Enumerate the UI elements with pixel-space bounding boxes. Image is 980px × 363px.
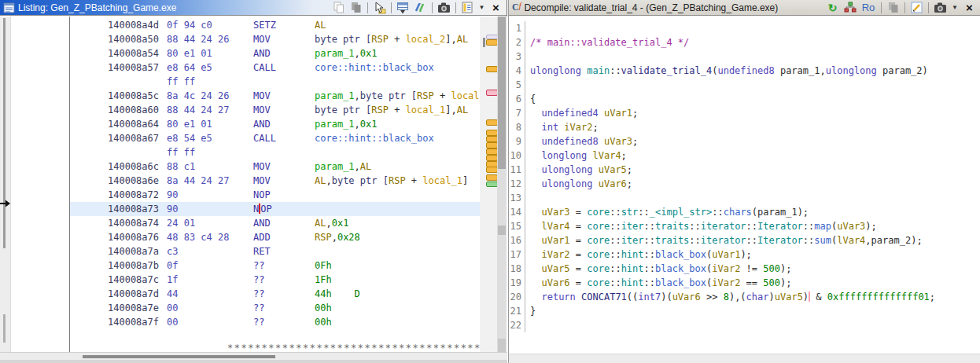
code-text[interactable]: uVar6 = core::hint::black_box(iVar2 == 5…	[525, 276, 791, 290]
listing-row[interactable]: 140008a7f00??00h	[70, 315, 480, 329]
decompile-line[interactable]: 17 iVar2 = core::hint::black_box(uVar1);	[509, 248, 980, 262]
cursor-position-mark[interactable]	[483, 38, 485, 47]
decompile-line[interactable]: 1	[509, 21, 980, 35]
decompile-line[interactable]: 18 uVar5 = core::hint::black_box(iVar2 !…	[509, 262, 980, 276]
paste-icon[interactable]	[348, 1, 363, 15]
code-text[interactable]: lVar4 = core::iter::traits::iterator::It…	[525, 219, 877, 233]
listing-display-icon[interactable]	[460, 1, 475, 15]
orange-analysis-marker[interactable]	[486, 148, 498, 155]
decompile-line[interactable]: 7 undefined4 uVar1;	[509, 106, 980, 120]
orange-analysis-marker[interactable]	[486, 130, 498, 136]
decompile-line[interactable]: 6{	[509, 92, 980, 106]
decompile-content[interactable]: 12/* main::validate_trial_4 */34ulonglon…	[509, 16, 980, 354]
orange-analysis-marker[interactable]	[486, 136, 498, 142]
vscrollbar-thumb[interactable]	[498, 16, 506, 169]
listing-marker-margin[interactable]	[480, 16, 497, 352]
code-text[interactable]: undefined8 uVar3;	[525, 134, 638, 148]
listing-row[interactable]: ff ff	[70, 145, 480, 160]
listing-hscrollbar[interactable]	[0, 352, 507, 360]
close-icon[interactable]: ×	[962, 1, 977, 15]
code-text[interactable]: ulonglong uVar5;	[525, 163, 632, 177]
listing-row[interactable]: 140008a6c88 c1MOVparam_1,AL	[70, 160, 480, 174]
decompile-header[interactable]: Cf Decompile: validate_trial_4 - (Gen_Z_…	[509, 0, 980, 16]
decompile-line[interactable]: 9 undefined8 uVar3;	[509, 134, 980, 148]
code-text[interactable]: uVar1 = core::iter::traits::iterator::It…	[525, 233, 923, 248]
listing-row[interactable]: 140008a7b0f??0Fh	[70, 258, 480, 273]
listing-row[interactable]: 140008a7ac3RET	[70, 244, 480, 258]
code-text[interactable]: undefined4 uVar1;	[525, 106, 638, 120]
orange-analysis-marker[interactable]	[486, 167, 498, 173]
code-text[interactable]	[525, 50, 530, 64]
cursor-location-icon[interactable]	[372, 1, 387, 15]
listing-row[interactable]: 140008a7e00??00h	[70, 301, 480, 315]
code-text[interactable]	[525, 21, 530, 35]
decompile-line[interactable]: 14 uVar3 = core::str::_<impl_str>::chars…	[509, 205, 980, 219]
code-text[interactable]: ulonglong uVar6;	[525, 177, 632, 191]
code-text[interactable]	[525, 78, 530, 92]
decompile-line[interactable]: 13	[509, 191, 980, 205]
refresh-icon[interactable]: ↻	[825, 1, 840, 15]
code-text[interactable]	[525, 191, 530, 205]
green-analysis-marker[interactable]	[486, 182, 498, 187]
decompile-line[interactable]: 19 uVar6 = core::hint::black_box(iVar2 =…	[509, 276, 980, 290]
code-text[interactable]: {	[525, 92, 536, 106]
orange-analysis-marker[interactable]	[486, 155, 498, 161]
orange-analysis-marker[interactable]	[486, 174, 498, 181]
code-text[interactable]: int iVar2;	[525, 120, 599, 134]
listing-row[interactable]: 140008a6088 44 24 27MOVbyte ptr [RSP + l…	[70, 103, 480, 117]
code-text[interactable]: iVar2 = core::hint::black_box(uVar1);	[525, 248, 752, 262]
listing-row[interactable]: 140008a5480 e1 01ANDparam_1,0x1	[70, 46, 480, 60]
copy-icon[interactable]	[331, 1, 346, 15]
diff-view-icon[interactable]	[413, 1, 428, 15]
code-text[interactable]: }	[525, 304, 536, 318]
decompile-line[interactable]: 2/* main::validate_trial_4 */	[509, 35, 980, 50]
decompile-line[interactable]: 20 return CONCAT71((int7)(uVar6 >> 8),(c…	[509, 290, 980, 304]
edit-pencil-icon[interactable]	[909, 1, 924, 15]
code-text[interactable]: uVar3 = core::str::_<impl_str>::chars(pa…	[525, 205, 809, 219]
decompile-line[interactable]: 3	[509, 50, 980, 64]
listing-row[interactable]: 140008a6480 e1 01ANDparam_1,0x1	[70, 117, 480, 131]
code-text[interactable]: uVar5 = core::hint::black_box(iVar2 != 5…	[525, 262, 791, 276]
decompile-line[interactable]: 11 ulonglong uVar5;	[509, 163, 980, 177]
decompile-line[interactable]: 22	[509, 318, 980, 332]
snapshot-camera-icon[interactable]	[437, 1, 451, 15]
listing-row[interactable]: 140008a7290NOP	[70, 188, 480, 202]
orange-analysis-marker[interactable]	[486, 39, 498, 46]
code-text[interactable]: ulonglong main::validate_trial_4(undefin…	[525, 64, 928, 78]
code-text[interactable]: /* main::validate_trial_4 */	[525, 35, 689, 50]
decompile-line[interactable]: 15 lVar4 = core::iter::traits::iterator:…	[509, 219, 980, 233]
red-analysis-marker[interactable]	[486, 90, 498, 96]
orange-analysis-marker[interactable]	[486, 119, 498, 126]
code-text[interactable]: return CONCAT71((int7)(uVar6 >> 8),(char…	[525, 290, 935, 304]
listing-header[interactable]: Listing: Gen_Z_PBatching_Game.exe	[0, 0, 507, 16]
dropdown-arrow-icon[interactable]: ▼	[950, 1, 960, 15]
graph-tree-icon[interactable]	[842, 1, 857, 15]
listing-row[interactable]: 140008a5c8a 4c 24 26MOVparam_1,byte ptr …	[70, 89, 480, 103]
orange-analysis-marker[interactable]	[486, 142, 498, 148]
code-text[interactable]: longlong lVar4;	[525, 148, 627, 163]
listing-row[interactable]: 140008a7d44??44h D	[70, 287, 480, 301]
decompile-line[interactable]: 12 ulonglong uVar6;	[509, 177, 980, 191]
markup-table-icon[interactable]	[396, 1, 411, 15]
decompile-line[interactable]: 16 uVar1 = core::iter::traits::iterator:…	[509, 233, 980, 248]
listing-row[interactable]: 140008a5088 44 24 26MOVbyte ptr [RSP + l…	[70, 32, 480, 46]
listing-viewport[interactable]: 140008a4d0f 94 c0SETZAL140008a5088 44 24…	[70, 16, 480, 352]
decompile-line[interactable]: 4ulonglong main::validate_trial_4(undefi…	[509, 64, 980, 78]
decompile-line[interactable]: 5	[509, 78, 980, 92]
decompile-line[interactable]: 10 longlong lVar4;	[509, 148, 980, 163]
copy-icon[interactable]	[886, 1, 901, 15]
decompile-line[interactable]: 8 int iVar2;	[509, 120, 980, 134]
listing-row[interactable]: 140008a7648 83 c4 28ADDRSP,0x28	[70, 230, 480, 244]
listing-row-current[interactable]: 140008a7390NOP	[70, 202, 480, 216]
decompile-line[interactable]: 21}	[509, 304, 980, 318]
hscrollbar-thumb[interactable]	[83, 355, 275, 358]
snapshot-camera-icon[interactable]	[933, 1, 948, 15]
listing-row[interactable]: 140008a4d0f 94 c0SETZAL	[70, 18, 480, 32]
listing-row[interactable]: 140008a7424 01ANDAL,0x1	[70, 216, 480, 230]
listing-row[interactable]: ff ff	[70, 75, 480, 89]
listing-row[interactable]: 140008a6e8a 44 24 27MOVAL,byte ptr [RSP …	[70, 174, 480, 188]
listing-row[interactable]: 140008a67e8 54 e5CALLcore::hint::black_b…	[70, 131, 480, 145]
dropdown-arrow-icon[interactable]: ▼	[477, 1, 486, 15]
listing-vscrollbar[interactable]	[497, 16, 507, 352]
ro-button[interactable]: Ro	[860, 1, 877, 15]
